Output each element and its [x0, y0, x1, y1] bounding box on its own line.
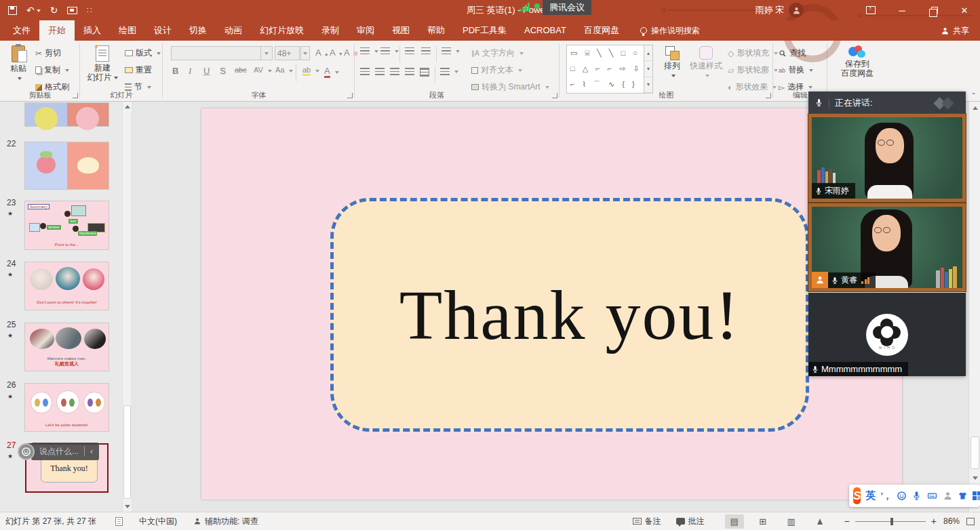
- scroll-down-icon[interactable]: [971, 473, 979, 483]
- start-slideshow-icon[interactable]: [67, 7, 77, 14]
- align-text-button[interactable]: 对齐文本: [471, 64, 522, 76]
- participant-tile-miho[interactable]: M I H O Mmmmmmmmmmm: [808, 293, 966, 376]
- shape-outline-button[interactable]: ▱形状轮廓: [728, 64, 778, 76]
- thumbnail-slide-25[interactable]: Manners makes man. 礼貌造就人: [25, 323, 109, 371]
- find-button[interactable]: 查找: [779, 47, 806, 59]
- columns-button[interactable]: [440, 68, 458, 75]
- tab-acrobat[interactable]: ACROBAT: [515, 20, 575, 41]
- line-spacing-button[interactable]: [442, 47, 460, 55]
- normal-view-button[interactable]: ▤: [725, 514, 744, 529]
- accessibility-status[interactable]: 辅助功能: 调查: [193, 516, 258, 527]
- meeting-chat-bubble[interactable]: 说点什么... ‹: [18, 442, 99, 461]
- thumb-scroll-down-icon[interactable]: [123, 502, 132, 512]
- zoom-level[interactable]: 86%: [943, 516, 960, 526]
- drawing-dialog-launcher[interactable]: [766, 93, 771, 98]
- tab-view[interactable]: 视图: [383, 20, 418, 41]
- arrange-button[interactable]: 排列: [659, 46, 686, 80]
- slideshow-view-button[interactable]: [810, 514, 829, 529]
- justify-button[interactable]: [405, 68, 414, 75]
- thank-you-text[interactable]: Thank you!: [399, 274, 740, 355]
- shapes-gallery[interactable]: ▭ ⌸ ╲ ╲ □ ○ □ △ ⌐ ⌐ ⇨ ⇩ ⌐ ⌇ ⌒ ∿ { } ▲▼▼: [566, 45, 653, 94]
- save-icon[interactable]: [8, 6, 17, 15]
- collapse-ribbon-icon[interactable]: ⌃: [967, 91, 980, 102]
- tab-draw[interactable]: 绘图: [110, 20, 145, 41]
- align-right-button[interactable]: [390, 68, 399, 75]
- proofing-icon[interactable]: [115, 517, 123, 526]
- emoji-icon[interactable]: [18, 443, 35, 460]
- ime-emoji-icon[interactable]: [897, 491, 907, 501]
- italic-button[interactable]: I: [189, 66, 191, 77]
- scroll-up-icon[interactable]: [971, 103, 979, 113]
- distribute-button[interactable]: [420, 68, 429, 77]
- change-case-button[interactable]: Aa: [275, 66, 293, 74]
- meeting-header[interactable]: 正在讲话:: [808, 91, 966, 114]
- font-color-button[interactable]: A: [324, 66, 339, 78]
- tab-help[interactable]: 帮助: [418, 20, 454, 41]
- thumb-scrollbar-handle[interactable]: [123, 405, 131, 499]
- tab-transitions[interactable]: 切换: [180, 20, 216, 41]
- avatar[interactable]: [789, 3, 804, 18]
- ime-toolbar[interactable]: S 英 ’，: [849, 485, 980, 507]
- tab-pdf-tools[interactable]: PDF工具集: [454, 20, 515, 41]
- slide-counter[interactable]: 幻灯片 第 27 张, 共 27 张: [5, 516, 96, 527]
- sogou-logo-icon[interactable]: S: [853, 487, 861, 504]
- restore-button[interactable]: [918, 0, 949, 20]
- increase-font-button[interactable]: A▲: [315, 47, 329, 58]
- vertical-scrollbar[interactable]: [968, 102, 980, 512]
- account-area[interactable]: 雨婷 宋: [755, 0, 804, 20]
- text-shadow-button[interactable]: S: [220, 66, 226, 76]
- decrease-indent-button[interactable]: [405, 47, 414, 55]
- bullets-button[interactable]: [360, 47, 378, 55]
- new-slide-button[interactable]: 新建幻灯片: [85, 45, 119, 82]
- undo-icon[interactable]: ↶: [26, 0, 41, 20]
- tab-insert[interactable]: 插入: [75, 20, 110, 41]
- thumbnail-slide-21[interactable]: [25, 103, 109, 126]
- paste-button[interactable]: 粘贴: [4, 45, 33, 83]
- shape-fill-button[interactable]: ◇形状填充: [728, 47, 778, 59]
- minimize-button[interactable]: ─: [886, 0, 918, 20]
- chat-collapse-icon[interactable]: ‹: [90, 447, 93, 456]
- zoom-in-button[interactable]: +: [931, 516, 937, 527]
- thank-you-shape[interactable]: Thank you!: [330, 198, 809, 432]
- ime-voice-icon[interactable]: [912, 491, 922, 501]
- thumbnail-slide-23[interactable]: Summary door window blackboard Point to …: [25, 201, 109, 249]
- thumbnail-slide-22[interactable]: [25, 142, 109, 189]
- copy-button[interactable]: 复制: [35, 64, 69, 76]
- close-button[interactable]: ✕: [949, 0, 980, 20]
- quick-styles-button[interactable]: 快速样式: [688, 46, 724, 80]
- ime-toolbox-icon[interactable]: [973, 491, 980, 501]
- replace-button[interactable]: ab替换: [779, 64, 813, 76]
- font-size-dropdown[interactable]: [300, 46, 310, 60]
- ime-skin-icon[interactable]: [958, 491, 968, 501]
- highlight-color-button[interactable]: ab: [302, 66, 319, 76]
- tab-design[interactable]: 设计: [145, 20, 180, 41]
- ime-keyboard-icon[interactable]: [926, 491, 938, 501]
- tab-baidu-netdisk[interactable]: 百度网盘: [575, 20, 628, 41]
- language-indicator[interactable]: 中文(中国): [139, 516, 177, 527]
- participant-video-huang-rui[interactable]: 黄睿: [808, 203, 966, 291]
- tell-me-search[interactable]: 操作说明搜索: [640, 20, 700, 41]
- tab-animations[interactable]: 动画: [216, 20, 251, 41]
- ribbon-display-options-button[interactable]: [855, 0, 886, 20]
- tab-record[interactable]: 录制: [313, 20, 348, 41]
- cut-button[interactable]: ✂剪切: [35, 47, 61, 59]
- reset-button[interactable]: 重置: [125, 64, 152, 76]
- ime-person-icon[interactable]: [943, 491, 953, 501]
- thumbnail-scrollbar[interactable]: [122, 102, 131, 512]
- align-center-button[interactable]: [375, 68, 385, 75]
- shapes-gallery-scroll[interactable]: ▲▼▼: [644, 45, 652, 93]
- text-direction-button[interactable]: ∥A文字方向: [471, 47, 524, 59]
- fit-to-window-button[interactable]: [966, 518, 975, 525]
- redo-icon[interactable]: ↻: [50, 0, 58, 20]
- save-to-baidu-button[interactable]: 保存到百度网盘: [837, 45, 878, 78]
- font-name-combo[interactable]: [171, 46, 273, 60]
- font-size-combo[interactable]: 48+: [275, 46, 300, 60]
- zoom-slider[interactable]: [855, 521, 926, 522]
- comments-button[interactable]: 批注: [676, 516, 705, 527]
- bold-button[interactable]: B: [172, 66, 178, 76]
- tab-slideshow[interactable]: 幻灯片放映: [251, 20, 313, 41]
- ime-language-toggle[interactable]: 英: [865, 489, 876, 502]
- slide-sorter-view-button[interactable]: ⊞: [753, 514, 772, 529]
- thumb-scroll-up-icon[interactable]: [123, 102, 132, 112]
- share-button[interactable]: 共享: [941, 20, 980, 41]
